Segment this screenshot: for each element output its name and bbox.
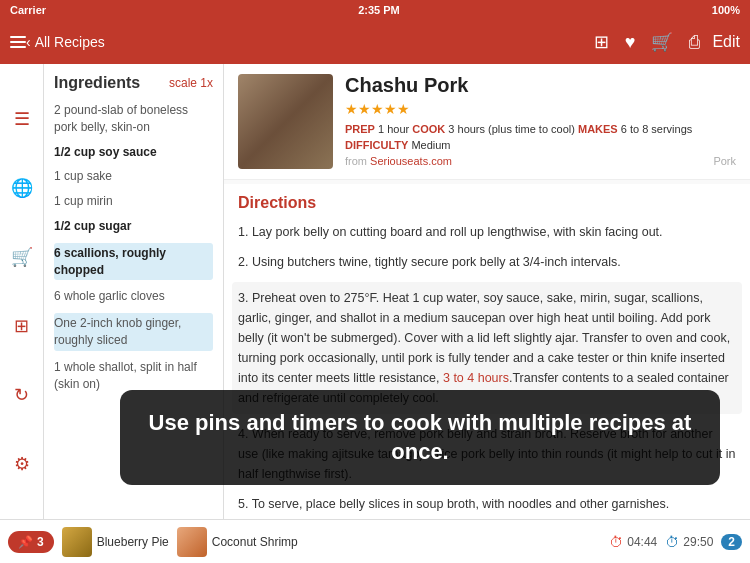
recipe-title: Chashu Pork — [345, 74, 736, 97]
calendar-icon[interactable]: ⊞ — [594, 31, 609, 53]
chevron-left-icon: ‹ — [26, 34, 31, 50]
pin-count: 3 — [37, 535, 44, 549]
list-item: 1 cup sake — [54, 168, 213, 185]
recipe-category: Pork — [713, 155, 736, 167]
cook-value: 3 hours (plus time to cool) — [448, 123, 578, 135]
share-icon[interactable]: ⎙ — [689, 32, 700, 53]
prep-value: 1 hour — [378, 123, 412, 135]
recipe-meta-difficulty: DIFFICULTY Medium — [345, 139, 736, 151]
timer-2[interactable]: ⏱ 29:50 — [665, 534, 713, 550]
carrier-label: Carrier — [10, 4, 46, 16]
recipe-image — [238, 74, 333, 169]
timer-count-badge: 2 — [721, 534, 742, 550]
refresh-icon[interactable]: ↻ — [14, 384, 29, 406]
time-link[interactable]: 3 to 4 hours — [443, 371, 509, 385]
menu-sidebar-icon[interactable]: ☰ — [14, 108, 30, 130]
nav-bar: ‹ All Recipes ⊞ ♥ 🛒 ⎙ Edit — [0, 20, 750, 64]
pin-icon: 📌 — [18, 535, 33, 549]
nav-icons: ⊞ ♥ 🛒 ⎙ — [594, 31, 701, 53]
recipe-source: from Seriouseats.com Pork — [345, 155, 736, 167]
sidebar: ☰ 🌐 🛒 ⊞ ↻ ⚙ — [0, 64, 44, 519]
stars-rating: ★★★★★ — [345, 101, 736, 117]
source-link[interactable]: Seriouseats.com — [370, 155, 452, 167]
difficulty-value: Medium — [411, 139, 450, 151]
gear-icon[interactable]: ⚙ — [14, 453, 30, 475]
timer-2-icon: ⏱ — [665, 534, 679, 550]
list-item: 6 whole garlic cloves — [54, 288, 213, 305]
ingredients-header: Ingredients scale 1x — [54, 74, 213, 92]
coconut-shrimp-thumbnail — [177, 527, 207, 557]
menu-icon[interactable] — [10, 36, 26, 48]
timer-1[interactable]: ⏱ 04:44 — [609, 534, 657, 550]
ingredients-title: Ingredients — [54, 74, 140, 92]
roughly-sliced-text: roughly sliced — [54, 333, 127, 347]
prep-label: PREP — [345, 123, 375, 135]
makes-value: 6 to 8 servings — [621, 123, 693, 135]
bottom-bar: 📌 3 Blueberry Pie Coconut Shrimp ⏱ 04:44… — [0, 519, 750, 563]
tooltip-overlay: Use pins and timers to cook with multipl… — [120, 390, 720, 485]
time-label: 2:35 PM — [358, 4, 400, 16]
list-item: 2 pound-slab of boneless pork belly, ski… — [54, 102, 213, 136]
list-item: 1 whole shallot, split in half (skin on) — [54, 359, 213, 393]
list-item: 1 cup mirin — [54, 193, 213, 210]
battery-label: 100% — [712, 4, 740, 16]
list-item: 6 scallions, roughly chopped — [54, 243, 213, 281]
recipe-header: Chashu Pork ★★★★★ PREP 1 hour COOK 3 hou… — [224, 64, 750, 180]
chopped-text: chopped — [54, 263, 104, 277]
direction-step-1: 1. Lay pork belly on cutting board and r… — [238, 222, 736, 242]
recipe-meta-time: PREP 1 hour COOK 3 hours (plus time to c… — [345, 123, 736, 135]
blueberry-pie-recipe[interactable]: Blueberry Pie — [62, 527, 169, 557]
timer-2-value: 29:50 — [683, 535, 713, 549]
cart-icon[interactable]: 🛒 — [651, 31, 673, 53]
timer-1-value: 04:44 — [627, 535, 657, 549]
source-prefix: from Seriouseats.com — [345, 155, 452, 167]
coconut-shrimp-recipe[interactable]: Coconut Shrimp — [177, 527, 298, 557]
blueberry-pie-thumbnail — [62, 527, 92, 557]
edit-button[interactable]: Edit — [712, 33, 740, 51]
recipe-info: Chashu Pork ★★★★★ PREP 1 hour COOK 3 hou… — [345, 74, 736, 169]
coconut-shrimp-label: Coconut Shrimp — [212, 535, 298, 549]
list-item: 1/2 cup sugar — [54, 218, 213, 235]
status-bar: Carrier 2:35 PM 100% — [0, 0, 750, 20]
cook-label: COOK — [412, 123, 445, 135]
grid-icon[interactable]: ⊞ — [14, 315, 29, 337]
makes-label: MAKES — [578, 123, 618, 135]
back-label: All Recipes — [35, 34, 105, 50]
back-button[interactable]: ‹ All Recipes — [26, 34, 105, 50]
directions-title: Directions — [238, 194, 736, 212]
blueberry-pie-label: Blueberry Pie — [97, 535, 169, 549]
heart-icon[interactable]: ♥ — [625, 32, 636, 53]
tooltip-text: Use pins and timers to cook with multipl… — [149, 410, 692, 465]
timer-count-value: 2 — [728, 535, 735, 549]
list-item: One 2-inch knob ginger, roughly sliced — [54, 313, 213, 351]
cart-sidebar-icon[interactable]: 🛒 — [11, 246, 33, 268]
timer-1-icon: ⏱ — [609, 534, 623, 550]
scale-button[interactable]: scale 1x — [169, 76, 213, 90]
list-item: 1/2 cup soy sauce — [54, 144, 213, 161]
pin-count-tab[interactable]: 📌 3 — [8, 531, 54, 553]
difficulty-label: DIFFICULTY — [345, 139, 408, 151]
direction-step-5: 5. To serve, place belly slices in soup … — [238, 494, 736, 519]
direction-step-2: 2. Using butchers twine, tightly secure … — [238, 252, 736, 272]
globe-icon[interactable]: 🌐 — [11, 177, 33, 199]
